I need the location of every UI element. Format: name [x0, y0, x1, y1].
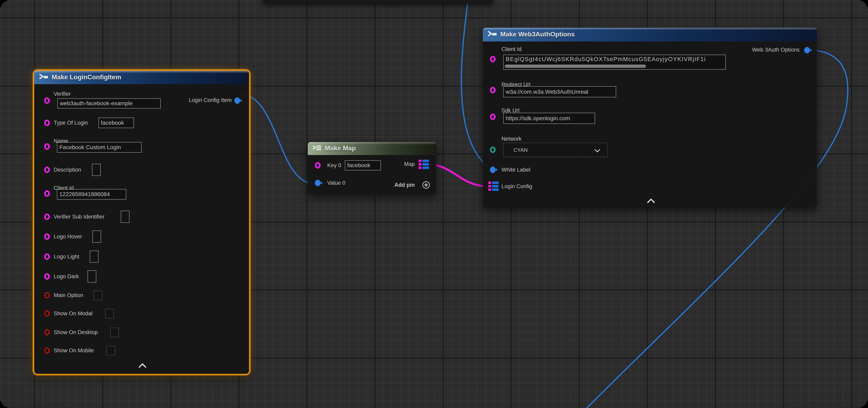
pin-label-logo-light: Logo Light [54, 253, 79, 260]
client-id-value: BEglQSgt4cUWcj6SKRdu5QkOXTsePmMcusG5EAoy… [506, 56, 706, 63]
pin-label-key0: Key 0 [327, 162, 341, 169]
key0-value: facebook [347, 162, 370, 169]
pin-login-config[interactable] [488, 181, 499, 191]
pin-value0[interactable] [315, 180, 320, 186]
make-map-icon [312, 145, 322, 152]
verifier-value: web3auth-facebook-example [60, 100, 133, 107]
pin-type-of-login[interactable] [44, 120, 50, 126]
pin-label-verifier: Verifier [54, 91, 71, 97]
pin-label-client-id: Client Id [501, 46, 522, 53]
pin-logo-light[interactable] [44, 253, 50, 260]
wire-map-to-loginconfig[interactable] [429, 164, 487, 186]
pin-label-main-option: Main Option [54, 292, 83, 299]
logo-dark-input[interactable] [88, 270, 96, 282]
pin-label-type-of-login: Type Of Login [54, 120, 88, 126]
pin-label-logo-hover: Logo Hover [54, 233, 82, 240]
pin-verifier[interactable] [44, 97, 50, 104]
verifier-sub-identifier-input[interactable] [121, 211, 129, 223]
pin-label-login-config-item: Login Config Item [189, 97, 231, 104]
client-id-input[interactable]: 1222658941886084 [57, 189, 126, 200]
node-make-map[interactable]: Make Map Key 0 facebook Map Value 0 Add … [308, 142, 436, 194]
pin-label-description: Description [54, 167, 81, 173]
pin-label-web3auth-options: Web 3Auth Options [752, 46, 800, 53]
offscreen-node-edge[interactable] [263, 0, 493, 3]
sdk-url-value: https://sdk.openlogin.com [506, 115, 570, 122]
node-title: Make Web3AuthOptions [500, 31, 575, 38]
node-make-web3authoptions[interactable]: Make Web3AuthOptions Web 3Auth Options C… [483, 28, 817, 207]
sdk-url-input[interactable]: https://sdk.openlogin.com [503, 113, 595, 124]
wire-loginconfigitem-to-value0[interactable] [239, 94, 315, 184]
node-header[interactable]: Make Map [308, 142, 436, 155]
key0-input[interactable]: facebook [345, 160, 381, 170]
show-on-modal-checkbox[interactable] [105, 309, 114, 318]
pin-description[interactable] [44, 167, 50, 173]
node-header[interactable]: Make LoginConfigItem [34, 71, 249, 84]
pin-label-show-on-mobile: Show On Mobile [54, 347, 94, 354]
pin-client-id[interactable] [44, 190, 50, 197]
logo-light-input[interactable] [90, 250, 98, 263]
pin-network[interactable] [490, 146, 496, 153]
pin-redirect-url[interactable] [490, 87, 496, 93]
pin-out-map[interactable] [418, 160, 429, 169]
make-struct-icon [487, 31, 498, 38]
description-input[interactable] [92, 164, 101, 176]
redirect-url-value: w3a://com.w3a.Web3AuthUnreal [506, 89, 588, 95]
pin-label-show-on-desktop: Show On Desktop [54, 329, 98, 336]
logo-hover-input[interactable] [92, 231, 101, 243]
pin-verifier-sub-identifier[interactable] [44, 213, 50, 220]
pin-show-on-desktop[interactable] [44, 329, 50, 336]
collapse-node-chevron-icon[interactable] [138, 363, 147, 371]
pin-show-on-mobile[interactable] [44, 347, 50, 354]
network-dropdown[interactable]: CYAN [503, 143, 608, 157]
client-id-scrollbar[interactable] [505, 65, 646, 68]
pin-label-white-label: White Label [501, 167, 530, 173]
type-of-login-input[interactable]: facebook [98, 117, 134, 128]
show-on-mobile-checkbox[interactable] [106, 346, 115, 355]
type-of-login-value: facebook [101, 120, 124, 126]
pin-label-network: Network [501, 136, 522, 142]
main-option-checkbox[interactable] [94, 291, 102, 300]
pin-label-login-config: Login Config [501, 183, 532, 190]
client-id-value: 1222658941886084 [59, 191, 110, 198]
pin-main-option[interactable] [44, 292, 50, 299]
pin-label-show-on-modal: Show On Modal [54, 310, 93, 317]
node-title: Make Map [325, 144, 356, 152]
pin-name[interactable] [44, 143, 50, 150]
add-pin-label: Add pin [395, 182, 415, 189]
pin-client-id[interactable] [490, 56, 496, 62]
pin-out-web3auth-options[interactable] [804, 47, 810, 54]
pin-label-verifier-sub-identifier: Verifier Sub Identifier [54, 213, 104, 220]
pin-logo-dark[interactable] [44, 273, 50, 280]
add-pin-button[interactable] [423, 181, 430, 189]
name-value: Facebook Custom Login [59, 144, 121, 150]
collapse-node-chevron-icon[interactable] [647, 198, 655, 206]
verifier-input[interactable]: web3auth-facebook-example [57, 98, 161, 108]
network-value: CYAN [514, 147, 528, 153]
pin-show-on-modal[interactable] [44, 310, 50, 317]
pin-logo-hover[interactable] [44, 233, 50, 240]
redirect-url-input[interactable]: w3a://com.w3a.Web3AuthUnreal [503, 86, 616, 97]
make-struct-icon [39, 74, 49, 81]
pin-out-login-config-item[interactable] [235, 97, 240, 104]
pin-label-value0: Value 0 [327, 180, 345, 186]
show-on-desktop-checkbox[interactable] [110, 328, 119, 337]
chevron-down-icon [594, 147, 600, 152]
node-make-loginconfigitem[interactable]: Make LoginConfigItem Login Config Item V… [34, 71, 249, 374]
node-header[interactable]: Make Web3AuthOptions [483, 28, 817, 41]
pin-label-logo-dark: Logo Dark [54, 273, 79, 280]
pin-sdk-url[interactable] [490, 113, 496, 120]
name-input[interactable]: Facebook Custom Login [57, 142, 142, 152]
node-title: Make LoginConfigItem [52, 73, 121, 81]
blueprint-viewport[interactable]: Make LoginConfigItem Login Config Item V… [0, 0, 868, 408]
pin-white-label[interactable] [490, 167, 496, 173]
pin-label-map: Map [404, 161, 415, 168]
pin-key0[interactable] [315, 162, 320, 169]
